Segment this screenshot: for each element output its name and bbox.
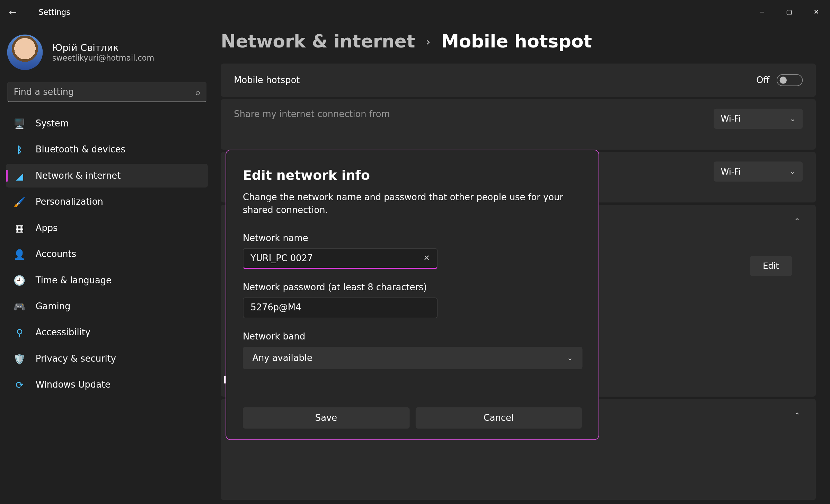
sidebar-item-label: Gaming	[36, 301, 70, 312]
breadcrumb: Network & internet › Mobile hotspot	[221, 31, 816, 52]
nav-icon: ▦	[13, 222, 26, 234]
sidebar-item-apps[interactable]: ▦Apps	[6, 216, 208, 240]
chevron-right-icon: ›	[426, 34, 431, 48]
app-title: Settings	[38, 7, 70, 16]
edit-button[interactable]: Edit	[750, 256, 792, 276]
search-input[interactable]: Find a setting ⌕	[7, 82, 207, 102]
sidebar: Юрій Світлик sweetlikyuri@hotmail.com Fi…	[0, 24, 214, 502]
nav-list: 🖥️SystemᛒBluetooth & devices◢Network & i…	[6, 112, 208, 397]
nav-icon: 🕘	[13, 275, 26, 286]
network-name-input[interactable]: YURI_PC 0027 ✕	[243, 248, 438, 269]
dialog-title: Edit network info	[243, 168, 582, 183]
network-name-label: Network name	[243, 232, 582, 243]
input-value: YURI_PC 0027	[250, 253, 423, 263]
sidebar-item-bluetooth-devices[interactable]: ᛒBluetooth & devices	[6, 138, 208, 162]
user-email: sweetlikyuri@hotmail.com	[52, 53, 154, 62]
sidebar-item-system[interactable]: 🖥️System	[6, 112, 208, 135]
back-button[interactable]: ←	[9, 6, 27, 18]
sidebar-item-privacy-security[interactable]: 🛡️Privacy & security	[6, 347, 208, 371]
sidebar-item-label: Accessibility	[36, 327, 90, 338]
sidebar-item-label: Personalization	[36, 196, 103, 207]
title-bar: ← Settings ─ ▢ ✕	[0, 0, 830, 24]
breadcrumb-parent[interactable]: Network & internet	[221, 31, 415, 52]
sidebar-item-personalization[interactable]: 🖌️Personalization	[6, 190, 208, 214]
chevron-up-icon: ⌃	[794, 411, 801, 420]
user-name: Юрій Світлик	[52, 42, 154, 54]
select-value: Any available	[252, 352, 312, 363]
nav-icon: ◢	[13, 170, 26, 182]
nav-icon: ᛒ	[13, 144, 26, 156]
dropdown-value: Wi-Fi	[721, 114, 741, 123]
sidebar-item-label: Bluetooth & devices	[36, 144, 125, 155]
avatar	[7, 34, 43, 70]
toggle-switch[interactable]	[777, 74, 803, 86]
network-password-label: Network password (at least 8 characters)	[243, 282, 582, 292]
row-label: Mobile hotspot	[234, 75, 300, 86]
chevron-up-icon: ⌃	[794, 217, 801, 226]
sidebar-item-label: System	[36, 118, 69, 129]
network-band-select[interactable]: Any available ⌄	[243, 346, 582, 369]
nav-icon: 🛡️	[13, 353, 26, 364]
sidebar-item-network-internet[interactable]: ◢Network & internet	[6, 164, 208, 188]
sidebar-item-time-language[interactable]: 🕘Time & language	[6, 268, 208, 292]
search-placeholder: Find a setting	[14, 87, 195, 97]
clear-icon[interactable]: ✕	[423, 254, 430, 263]
sidebar-item-gaming[interactable]: 🎮Gaming	[6, 294, 208, 318]
minimize-button[interactable]: ─	[748, 0, 776, 24]
nav-icon: 🎮	[13, 301, 26, 312]
nav-icon: ⚲	[13, 327, 26, 338]
sidebar-item-label: Privacy & security	[36, 353, 116, 364]
input-value: 5276p@M4	[250, 302, 430, 313]
chevron-down-icon: ⌄	[790, 167, 796, 176]
dialog-description: Change the network name and password tha…	[243, 191, 582, 217]
sidebar-item-label: Network & internet	[36, 170, 121, 181]
chevron-down-icon: ⌄	[567, 354, 573, 362]
sidebar-item-windows-update[interactable]: ⟳Windows Update	[6, 373, 208, 397]
nav-icon: ⟳	[13, 379, 26, 390]
row-label: Share my internet connection from	[234, 109, 390, 120]
toggle-state: Off	[756, 75, 769, 86]
save-button[interactable]: Save	[243, 407, 409, 428]
sidebar-item-label: Accounts	[36, 249, 76, 259]
edit-network-dialog: Edit network info Change the network nam…	[226, 150, 599, 440]
dropdown-share-over[interactable]: Wi-Fi ⌄	[714, 161, 803, 182]
dropdown-value: Wi-Fi	[721, 167, 741, 176]
row-mobile-hotspot[interactable]: Mobile hotspot Off	[221, 63, 816, 97]
search-icon: ⌕	[195, 87, 200, 97]
sidebar-item-accounts[interactable]: 👤Accounts	[6, 242, 208, 266]
sidebar-item-label: Time & language	[36, 275, 112, 286]
maximize-button[interactable]: ▢	[775, 0, 803, 24]
nav-icon: 👤	[13, 248, 26, 260]
cancel-button[interactable]: Cancel	[415, 407, 582, 428]
nav-icon: 🖌️	[13, 196, 26, 207]
breadcrumb-current: Mobile hotspot	[441, 31, 592, 52]
network-password-input[interactable]: 5276p@M4	[243, 297, 438, 318]
sidebar-item-label: Apps	[36, 223, 58, 233]
network-band-label: Network band	[243, 331, 582, 342]
nav-icon: 🖥️	[13, 118, 26, 129]
chevron-down-icon: ⌄	[790, 115, 796, 123]
sidebar-item-accessibility[interactable]: ⚲Accessibility	[6, 321, 208, 345]
dropdown-share-from[interactable]: Wi-Fi ⌄	[714, 109, 803, 129]
row-share-from[interactable]: Share my internet connection from Wi-Fi …	[221, 99, 816, 150]
close-button[interactable]: ✕	[803, 0, 830, 24]
account-block[interactable]: Юрій Світлик sweetlikyuri@hotmail.com	[6, 30, 208, 79]
sidebar-item-label: Windows Update	[36, 379, 111, 390]
